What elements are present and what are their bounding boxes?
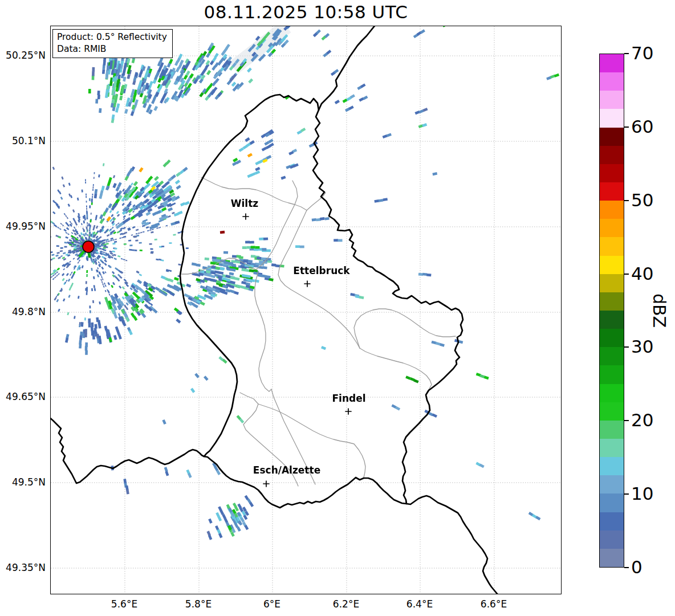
colorbar-tick-label: 30 [631,336,653,357]
lon-tick-label: 6.6°E [481,598,507,610]
country-border [180,95,463,508]
lon-tick-label: 6°E [263,598,280,610]
map-border-layer: WiltzEttelbruckFindelEsch/Alzette [51,26,562,594]
lat-tick-label: 49.5°N [12,476,46,488]
colorbar-segment [600,201,624,219]
lon-tick-label: 5.8°E [185,598,212,610]
colorbar-segment [600,531,624,549]
lon-tick-label: 5.6°E [111,598,137,610]
colorbar-tick-label: 20 [631,410,653,430]
colorbar-tick-label: 50 [631,190,653,210]
colorbar-segment [600,72,624,91]
colorbar-tick [624,567,629,568]
colorbar-segment [600,549,624,567]
colorbar-segment [600,347,624,365]
colorbar-tick [624,346,629,348]
lat-tick-label: 49.65°N [6,391,46,402]
colorbar-segment [600,54,624,72]
admin-border [182,181,298,274]
radar-site-dot [83,241,94,252]
colorbar-segment [600,421,624,439]
colorbar-segment [600,164,624,182]
colorbar-segment [600,512,624,531]
colorbar-segment [600,237,624,255]
colorbar-segment [600,457,624,475]
map-panel: WiltzEttelbruckFindelEsch/Alzette [50,26,562,594]
lat-tick-label: 49.95°N [6,221,46,232]
admin-border [354,309,456,348]
colorbar-segment [600,365,624,384]
country-border [319,26,376,110]
colorbar-segment [600,146,624,164]
colorbar-segment [600,493,624,512]
colorbar-segment [600,384,624,402]
colorbar-segment [600,219,624,237]
colorbar-tick-label: 0 [631,557,643,577]
lon-tick-label: 6.2°E [333,598,359,610]
lat-tick-label: 49.35°N [6,562,46,573]
colorbar-segment [600,439,624,457]
figure-title: 08.11.2025 10:58 UTC [50,2,562,22]
colorbar-tick [624,493,629,495]
colorbar-segment [600,91,624,109]
colorbar-segment [600,128,624,146]
colorbar-tick-label: 10 [631,483,653,504]
colorbar-segment [600,182,624,201]
colorbar-segment [600,475,624,493]
colorbar-segment [600,292,624,311]
city-label: Ettelbruck [293,265,350,276]
colorbar-tick [624,127,629,128]
admin-border [255,272,271,391]
colorbar-segment [600,402,624,421]
colorbar-unit-label: dBZ [649,293,669,328]
colorbar-tick-label: 60 [631,116,653,137]
colorbar [599,54,624,568]
product-info-line: Product: 0.5° Reflectivity [57,31,167,43]
city-label: Wiltz [231,198,259,209]
product-info-box: Product: 0.5° Reflectivity Data: RMIB [52,29,173,58]
colorbar-tick [624,200,629,201]
colorbar-segment [600,274,624,292]
admin-border [360,348,432,392]
city-label: Esch/Alzette [253,464,320,476]
colorbar-segment [600,329,624,347]
country-border [51,417,204,483]
colorbar-tick-label: 40 [631,263,653,283]
radar-figure: 08.11.2025 10:58 UTC WiltzEttelbruckFind… [0,0,675,616]
city-label: Findel [332,393,365,404]
lon-tick-label: 6.4°E [406,598,433,610]
lat-tick-label: 50.1°N [12,135,46,146]
lat-tick-label: 49.8°N [12,306,46,317]
data-source-line: Data: RMIB [57,43,167,55]
country-border [406,496,499,594]
colorbar-tick [624,420,629,421]
colorbar-segment [600,109,624,127]
lat-tick-label: 50.25°N [6,50,46,61]
colorbar-tick [624,53,629,54]
admin-border [278,205,360,348]
colorbar-tick-label: 70 [631,43,653,63]
colorbar-segment [600,311,624,329]
colorbar-tick [624,274,629,275]
colorbar-segment [600,256,624,274]
